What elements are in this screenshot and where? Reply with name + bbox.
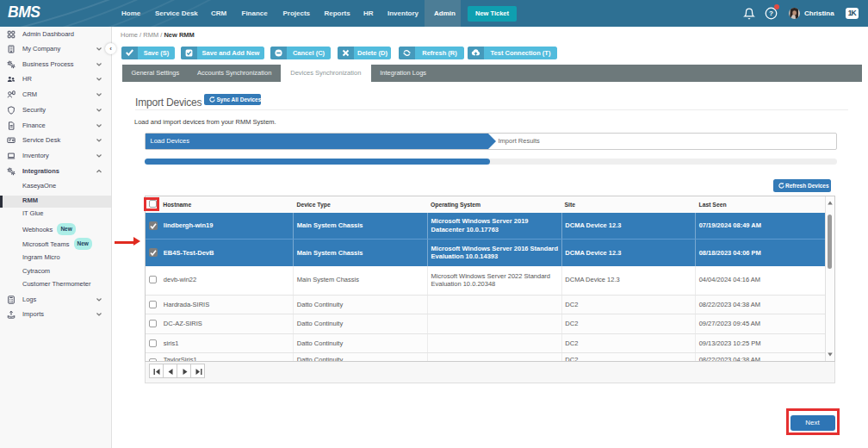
svg-text:?: ? [769, 9, 773, 17]
